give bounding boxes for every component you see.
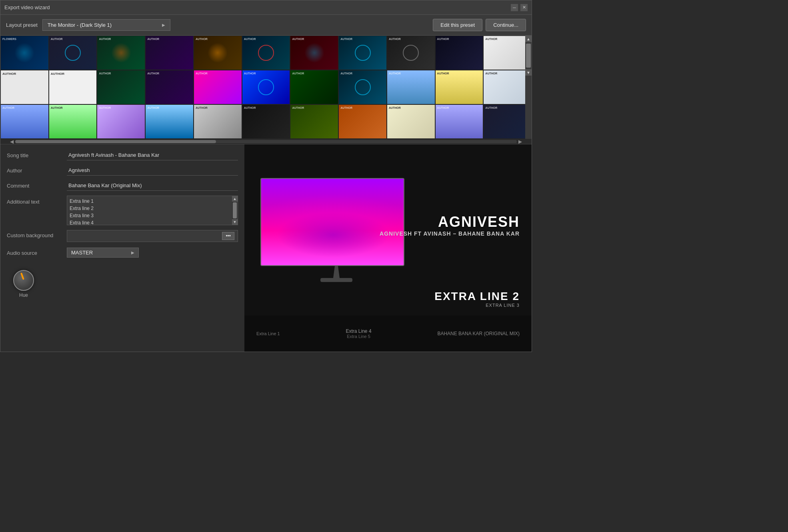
thumbnail-row-2: AUTHOR AUTHOR Author Author Author Autho…: [0, 70, 532, 104]
list-item[interactable]: Author: [49, 104, 97, 139]
author-input[interactable]: [67, 165, 238, 176]
h-scroll-track[interactable]: [15, 140, 517, 143]
list-item[interactable]: Author: [290, 70, 338, 104]
list-item: Extra line 4: [70, 219, 230, 225]
list-item[interactable]: Flowers: [0, 36, 49, 70]
list-item[interactable]: Author: [387, 70, 435, 104]
list-item[interactable]: Author: [194, 104, 242, 139]
at-scroll-down[interactable]: ▼: [232, 219, 238, 225]
list-item[interactable]: Author: [242, 104, 290, 139]
main-content: Song title Author Comment Additional tex…: [0, 144, 532, 352]
preview-bottom-right: Bahane Bana Kar (Original Mix): [437, 331, 520, 336]
list-item[interactable]: Author: [194, 70, 242, 104]
preset-dropdown[interactable]: The Monitor - (Dark Style 1) ▶: [42, 19, 170, 31]
preview-text-block: AGNIVESH AGNIVESH FT AVINASH – BAHANE BA…: [380, 214, 520, 237]
scroll-up-arrow[interactable]: ▲: [525, 36, 532, 42]
list-item[interactable]: Author: [97, 70, 145, 104]
list-item[interactable]: Author: [387, 104, 435, 139]
list-item[interactable]: Author: [242, 36, 290, 70]
list-item[interactable]: Author: [483, 70, 532, 104]
close-button[interactable]: ✕: [520, 4, 528, 11]
thumbnail-row-1: Flowers Author Author Author Author: [0, 36, 532, 70]
list-item[interactable]: Author: [0, 104, 49, 139]
extra-line2-text: EXTRA LINE 2: [434, 290, 520, 303]
list-item[interactable]: Author: [435, 70, 484, 104]
custom-bg-dots-button[interactable]: •••: [222, 232, 234, 240]
continue-button[interactable]: Continue...: [486, 19, 526, 31]
preview-extra-line5: Extra Line 5: [346, 334, 372, 339]
list-item[interactable]: Author: [49, 36, 97, 70]
list-item[interactable]: Author: [338, 70, 387, 104]
list-item[interactable]: Author: [338, 104, 387, 139]
custom-bg-container: •••: [67, 230, 238, 242]
list-item[interactable]: Author: [435, 36, 484, 70]
header-buttons: Edit this preset Continue...: [433, 19, 526, 31]
hue-label: Hue: [19, 292, 28, 298]
layout-preset-row: Layout preset The Monitor - (Dark Style …: [6, 19, 170, 31]
additional-text-row: Additional text Extra line 1 Extra line …: [7, 196, 238, 225]
thumbnail-row-3: Author Author Author Author Author Autho…: [0, 104, 532, 139]
list-item[interactable]: Author: [97, 104, 145, 139]
list-item[interactable]: Author: [290, 104, 338, 139]
song-title-label: Song title: [7, 150, 67, 158]
custom-bg-row: Custom background •••: [7, 230, 238, 243]
list-item[interactable]: Author: [338, 36, 387, 70]
thumbnail-scrollbar: ▲ ▼: [525, 36, 532, 139]
preset-value: The Monitor - (Dark Style 1): [48, 22, 112, 28]
at-scroll-thumb[interactable]: [233, 202, 237, 218]
list-item[interactable]: Author: [145, 36, 194, 70]
hue-knob-wrapper: Hue: [13, 270, 34, 298]
minimize-icon: ─: [513, 5, 516, 10]
preview-bottom: Extra Line 1 Extra Line 4 Extra Line 5 B…: [244, 316, 532, 352]
monitor-stand: [332, 266, 340, 278]
list-item[interactable]: Author: [242, 70, 290, 104]
audio-source-dropdown[interactable]: MASTER ▶: [67, 248, 139, 258]
list-item[interactable]: Author: [387, 36, 435, 70]
preview-extra-line4: Extra Line 4: [346, 328, 372, 334]
list-item[interactable]: Author: [97, 36, 145, 70]
preview-author: AGNIVESH: [380, 214, 520, 230]
window-title: Export video wizard: [4, 4, 50, 10]
hue-knob[interactable]: [13, 270, 34, 291]
h-scroll-thumb: [15, 140, 216, 143]
song-title-input[interactable]: [67, 150, 238, 160]
list-item[interactable]: AUTHOR: [0, 70, 49, 104]
at-scroll-up[interactable]: ▲: [232, 196, 238, 202]
scroll-down-arrow[interactable]: ▼: [525, 69, 532, 76]
minimize-button[interactable]: ─: [511, 4, 518, 11]
monitor-base: [320, 278, 352, 282]
scroll-right-arrow[interactable]: ▶: [517, 139, 524, 144]
additional-text-container: Extra line 1 Extra line 2 Extra line 3 E…: [67, 196, 238, 225]
scroll-left-arrow[interactable]: ◀: [8, 139, 15, 144]
thumbnail-scroll-area: Flowers Author Author Author Author: [0, 36, 532, 139]
list-item[interactable]: Author: [483, 104, 532, 139]
header-bar: Layout preset The Monitor - (Dark Style …: [0, 15, 532, 36]
author-row: Author: [7, 165, 238, 178]
preview-bottom-left: Extra Line 1: [256, 331, 280, 336]
audio-source-value: MASTER: [71, 250, 93, 256]
author-label: Author: [7, 165, 67, 174]
list-item[interactable]: Author: [483, 36, 532, 70]
preview-song: AGNIVESH FT AVINASH – BAHANE BANA KAR: [380, 230, 520, 237]
edit-preset-button[interactable]: Edit this preset: [433, 19, 482, 31]
list-item[interactable]: Author: [435, 104, 484, 139]
list-item[interactable]: Author: [194, 36, 242, 70]
preview-extra-line1: Extra Line 1: [256, 331, 280, 336]
list-item: Extra line 1: [70, 198, 230, 205]
preview-top: AGNIVESH AGNIVESH FT AVINASH – BAHANE BA…: [244, 144, 532, 316]
main-window: Export video wizard ─ ✕ Layout preset Th…: [0, 0, 532, 352]
preview-bottom-center: Extra Line 4 Extra Line 5: [346, 328, 372, 339]
list-item[interactable]: Author: [145, 104, 194, 139]
layout-preset-label: Layout preset: [6, 22, 38, 28]
scroll-thumb[interactable]: [526, 44, 531, 68]
dots-icon: •••: [226, 233, 231, 239]
list-item[interactable]: Author: [290, 36, 338, 70]
list-item[interactable]: Author: [145, 70, 194, 104]
list-item[interactable]: AUTHOR: [49, 70, 97, 104]
list-item: Extra line 2: [70, 205, 230, 212]
comment-label: Comment: [7, 180, 67, 189]
preview-extra-line2: EXTRA LINE 2 EXTRA LINE 3: [434, 290, 520, 308]
comment-input[interactable]: [67, 180, 238, 191]
additional-text-content[interactable]: Extra line 1 Extra line 2 Extra line 3 E…: [67, 196, 232, 225]
hue-section: Hue: [7, 270, 238, 298]
